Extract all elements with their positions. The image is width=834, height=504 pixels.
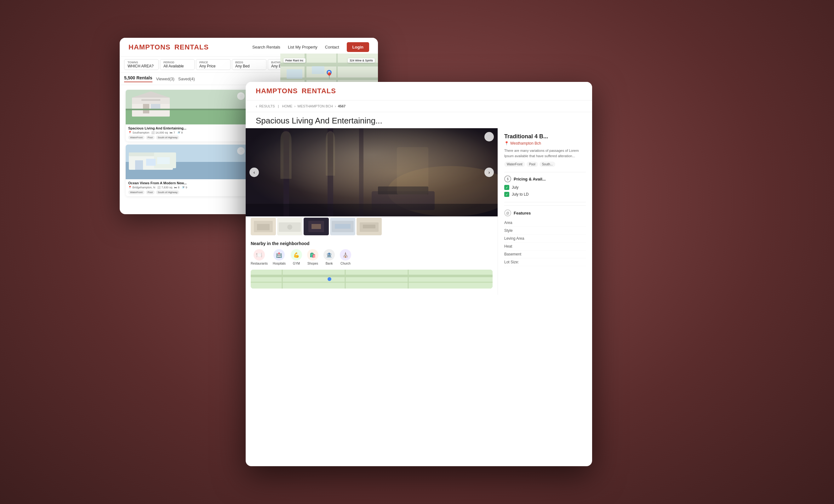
tag-pool: Pool [146, 190, 155, 194]
checkbox-july-ld[interactable]: ✓ [504, 192, 509, 197]
tag-waterfront: WaterFront [128, 190, 145, 194]
listing-beds: 🛏 8 [174, 186, 179, 189]
listing-title: Ocean Views From A Modern New... [128, 181, 245, 185]
detail-title-bar: Spacious Living And Entertaining... [246, 112, 592, 128]
breadcrumb-area[interactable]: WESTHAMPTON BCH [297, 104, 333, 108]
pricing-item-july: ✓ July [504, 185, 586, 190]
nav-list[interactable]: List My Property [288, 45, 317, 49]
svg-point-57 [287, 225, 292, 229]
feature-label-style: Style [504, 228, 513, 233]
results-count: 5,500 Rentals [124, 75, 152, 82]
logo-text-accent: RENTALS [175, 43, 209, 51]
sidebar-tag-waterfront: WaterFront [504, 161, 525, 167]
listing-area: ⬜ 14,000 sq [151, 131, 168, 134]
listing-image: ♡ [126, 145, 247, 179]
neighborhood-label-church: Church [341, 262, 351, 265]
results-viewed[interactable]: Viewed(3) [156, 76, 175, 81]
favorite-icon[interactable]: ♡ [237, 92, 245, 100]
listing-area: ⬜ 7,630 sq [157, 186, 172, 189]
svg-rect-32 [157, 157, 170, 164]
pricing-label-july: July [512, 185, 519, 190]
detail-content: ‹ › ♡ [246, 128, 592, 295]
tag-south: South of Highway [156, 135, 179, 139]
neighborhood-label-restaurants: Restaurants [251, 262, 268, 265]
thumbnail-3[interactable] [304, 218, 329, 235]
features-header: @ Features [504, 210, 586, 216]
detail-logo-accent: RENTALS [302, 87, 336, 95]
pricing-section: $ Pricing & Avail... ✓ July ✓ July to LD [504, 175, 586, 197]
thumbnail-1[interactable] [251, 218, 276, 235]
neighborhood-item-hospitals[interactable]: 🏥 Hospitals [273, 249, 286, 265]
listing-tags: WaterFront Pool South of Highway [128, 135, 245, 139]
neighborhood-item-shops[interactable]: 🛍️ Shopes [307, 249, 319, 265]
listing-card[interactable]: ♡ Spacious Living And Entertaining... 📍 … [126, 90, 247, 141]
svg-rect-60 [311, 224, 321, 229]
divider-1 [504, 172, 586, 172]
neighborhood-item-restaurants[interactable]: 🍽️ Restaurants [251, 249, 268, 265]
neighborhood-item-bank[interactable]: 🏦 Bank [324, 249, 335, 265]
sidebar-property-title: Traditional 4 B... [504, 133, 586, 140]
neighborhood-label-shops: Shopes [307, 262, 318, 265]
nav-contact[interactable]: Contact [325, 45, 339, 49]
listing-details: 📍 Bridgehampton, N ⬜ 7,630 sq 🛏 8 🚿 9 [128, 186, 245, 189]
thumbnail-5[interactable] [356, 218, 382, 235]
listing-info: Ocean Views From A Modern New... 📍 Bridg… [126, 179, 247, 196]
favorite-icon[interactable]: ♡ [237, 147, 245, 155]
neighborhood-item-gym[interactable]: 💪 GYM [291, 249, 302, 265]
detail-nav: HAMPTONS RENTALS [246, 82, 592, 101]
image-next-button[interactable]: › [484, 168, 494, 177]
listing-baths: 🚿 8 [177, 131, 183, 134]
pricing-label-july-ld: July to LD [512, 192, 528, 197]
breadcrumb-arrow-2: › [335, 104, 336, 108]
checkbox-july[interactable]: ✓ [504, 185, 509, 190]
breadcrumb-home[interactable]: HOME [282, 104, 292, 108]
listing-details: 📍 Southampton ⬜ 14,000 sq 🛏 7 🚿 8 [128, 131, 245, 134]
feature-row-area: Area [504, 219, 586, 227]
neighborhood-label-hospitals: Hospitals [273, 262, 286, 265]
thumbnail-2[interactable] [277, 218, 302, 235]
filter-towns[interactable]: TOWNS WHICH AREA? [124, 59, 159, 70]
listing-info: Spacious Living And Entertaining... 📍 So… [126, 125, 247, 141]
hospitals-icon: 🏥 [273, 249, 285, 261]
detail-sidebar: Traditional 4 B... 📍 Westhampton Bch The… [498, 128, 592, 295]
listing-image: ♡ [126, 90, 247, 125]
svg-rect-45 [328, 128, 333, 216]
filter-beds[interactable]: BEDS Any Bed [232, 59, 266, 70]
detail-logo: HAMPTONS RENTALS [256, 87, 336, 95]
detail-favorite-icon[interactable]: ♡ [484, 132, 494, 141]
nav-search[interactable]: Search Rentals [252, 45, 280, 49]
filter-towns-value: WHICH AREA? [128, 64, 155, 68]
location-pin-icon: 📍 [504, 141, 509, 146]
pricing-item-july-ld: ✓ July to LD [504, 192, 586, 197]
svg-rect-63 [335, 224, 351, 229]
filter-price[interactable]: PRICE Any Price [196, 59, 231, 70]
svg-rect-50 [397, 147, 428, 194]
filter-beds-value: Any Bed [235, 64, 263, 68]
svg-rect-13 [141, 99, 160, 101]
filter-period-value: All Available [163, 64, 191, 68]
login-button[interactable]: Login [347, 42, 369, 52]
thumbnail-4[interactable] [330, 218, 355, 235]
breadcrumb-back[interactable]: RESULTS [259, 104, 275, 108]
map-label-2: 324 Wine & Spirits [348, 58, 375, 63]
svg-point-47 [388, 166, 498, 216]
filter-price-value: Any Price [199, 64, 227, 68]
listing-card[interactable]: ♡ Ocean Views From A Modern New... 📍 Bri… [126, 145, 247, 196]
sidebar-location: 📍 Westhampton Bch [504, 141, 586, 146]
nav-links: Search Rentals List My Property Contact … [252, 42, 369, 52]
results-saved[interactable]: Saved(4) [178, 76, 195, 81]
svg-point-73 [328, 277, 331, 281]
filter-period[interactable]: PERIOD All Available [160, 59, 195, 70]
listing-tags: WaterFront Pool South of Highway [128, 190, 245, 194]
feature-label-lotsize: Lot Size: [504, 260, 519, 264]
sidebar-tag-south: South... [540, 161, 555, 167]
neighborhood-item-church[interactable]: ⛪ Church [340, 249, 351, 265]
thumbnail-strip [246, 216, 498, 237]
svg-rect-54 [257, 224, 270, 230]
back-arrow[interactable]: ‹ [256, 104, 257, 109]
neighborhood-icons: 🍽️ Restaurants 🏥 Hospitals 💪 GYM 🛍️ Shop… [251, 249, 492, 265]
image-prev-button[interactable]: ‹ [249, 168, 259, 177]
feature-label-heat: Heat [504, 244, 512, 248]
tag-south: South of Highway [156, 190, 179, 194]
gym-icon: 💪 [291, 249, 302, 261]
